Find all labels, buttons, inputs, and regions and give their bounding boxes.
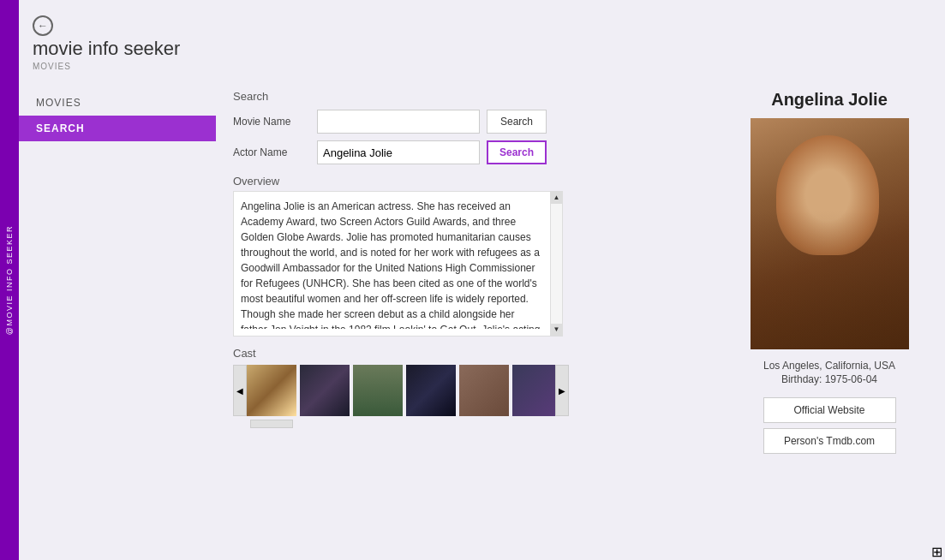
cast-movie-4[interactable]: [406, 365, 456, 416]
overview-text: Angelina Jolie is an American actress. S…: [241, 199, 555, 329]
cast-scroll-left-button[interactable]: ◀: [233, 365, 247, 416]
person-birthday: Birthday: 1975-06-04: [781, 373, 877, 385]
person-name: Angelina Jolie: [771, 90, 888, 110]
cast-movie-1[interactable]: [247, 365, 296, 416]
movie-search-button[interactable]: Search: [487, 110, 547, 134]
cast-label: Cast: [233, 347, 697, 360]
actor-name-row: Actor Name Search: [233, 140, 697, 164]
back-arrow-icon: ←: [38, 20, 48, 32]
overview-box: Angelina Jolie is an American actress. S…: [233, 191, 563, 337]
corner-icon: ⊞: [931, 544, 942, 560]
overview-label: Overview: [233, 175, 697, 188]
overview-section: Overview Angelina Jolie is an American a…: [233, 175, 697, 337]
overview-scrollbar: ▲ ▼: [550, 192, 562, 336]
person-photo: [751, 118, 909, 349]
search-section-label: Search: [233, 90, 697, 103]
app-subtitle: MOVIES: [33, 62, 931, 71]
main-container: ← movie info seeker MOVIES MOVIES SEARCH…: [19, 0, 945, 560]
movie-name-label: Movie Name: [233, 116, 310, 128]
actor-search-button[interactable]: Search: [487, 140, 547, 164]
actor-name-input[interactable]: [317, 140, 480, 164]
right-panel: Angelina Jolie Los Angeles, California, …: [714, 81, 945, 560]
person-photo-inner: [751, 118, 909, 349]
cast-section: Cast ◀ ▶: [233, 347, 697, 428]
side-strip-label: @MOVIE INFO SEEKER: [5, 225, 14, 335]
nav-item-search[interactable]: SEARCH: [19, 116, 216, 141]
official-website-button[interactable]: Official Website: [763, 397, 896, 423]
cast-movie-5[interactable]: [459, 365, 509, 416]
tmdb-button[interactable]: Person's Tmdb.com: [763, 428, 896, 454]
cast-scroll-track: [250, 420, 293, 428]
side-strip: @MOVIE INFO SEEKER: [0, 0, 19, 560]
movie-name-row: Movie Name Search: [233, 110, 697, 134]
nav-item-movies[interactable]: MOVIES: [19, 90, 216, 116]
scrollbar-down-button[interactable]: ▼: [551, 324, 563, 336]
cast-images: [247, 365, 555, 416]
cast-movie-2[interactable]: [300, 365, 350, 416]
person-location: Los Angeles, California, USA: [763, 360, 895, 372]
actor-name-label: Actor Name: [233, 146, 310, 158]
cast-movie-3[interactable]: [353, 365, 403, 416]
scrollbar-up-button[interactable]: ▲: [551, 192, 563, 204]
status-bar: ⊞: [928, 543, 945, 560]
header: ← movie info seeker MOVIES: [19, 0, 945, 81]
movie-name-input[interactable]: [317, 110, 480, 134]
left-nav: MOVIES SEARCH: [19, 81, 216, 560]
main-panel: Search Movie Name Search Actor Name Sear…: [216, 81, 714, 560]
content-area: MOVIES SEARCH Search Movie Name Search A…: [19, 81, 945, 560]
cast-movie-6[interactable]: [512, 365, 555, 416]
app-title: movie info seeker: [33, 38, 931, 60]
back-circle: ←: [33, 15, 53, 36]
cast-scroll-right-button[interactable]: ▶: [555, 365, 569, 416]
cast-strip: ◀ ▶: [233, 365, 697, 416]
back-button[interactable]: ←: [33, 15, 931, 36]
